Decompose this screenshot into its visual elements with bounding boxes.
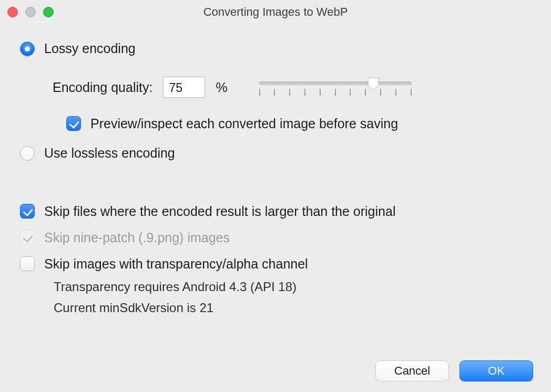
slider-track bbox=[259, 81, 412, 85]
checkbox-skip-ninepatch-label: Skip nine-patch (.9.png) images bbox=[44, 229, 230, 246]
minimize-icon bbox=[25, 7, 36, 17]
encoding-lossless-row[interactable]: Use lossless encoding bbox=[20, 146, 531, 161]
quality-slider[interactable] bbox=[259, 75, 412, 99]
encoding-lossy-row[interactable]: Lossy encoding bbox=[20, 41, 531, 56]
window-title: Converting Images to WebP bbox=[0, 0, 551, 24]
checkbox-skip-alpha[interactable] bbox=[20, 256, 35, 271]
checkbox-skip-larger[interactable] bbox=[20, 204, 35, 219]
checkbox-skip-larger-label: Skip files where the encoded result is l… bbox=[44, 203, 395, 220]
dialog-content: Lossy encoding Encoding quality: 75 % Pr… bbox=[20, 37, 531, 318]
quality-unit: % bbox=[216, 80, 227, 95]
skip-larger-row[interactable]: Skip files where the encoded result is l… bbox=[20, 203, 531, 220]
checkbox-skip-ninepatch bbox=[20, 230, 35, 245]
cancel-button[interactable]: Cancel bbox=[375, 360, 449, 381]
slider-ticks bbox=[259, 89, 412, 97]
dialog-footer: Cancel OK bbox=[375, 360, 533, 381]
quality-label: Encoding quality: bbox=[53, 80, 152, 95]
radio-lossy[interactable] bbox=[20, 42, 35, 56]
radio-lossless-label: Use lossless encoding bbox=[44, 146, 175, 161]
window-controls bbox=[7, 0, 54, 24]
radio-lossless[interactable] bbox=[20, 146, 35, 161]
close-icon[interactable] bbox=[7, 7, 18, 17]
preview-row[interactable]: Preview/inspect each converted image bef… bbox=[66, 115, 531, 132]
checkbox-preview[interactable] bbox=[66, 116, 81, 131]
quality-input[interactable]: 75 bbox=[163, 77, 205, 98]
checkbox-skip-alpha-label: Skip images with transparency/alpha chan… bbox=[44, 255, 308, 272]
quality-row: Encoding quality: 75 % bbox=[53, 75, 531, 99]
radio-lossy-label: Lossy encoding bbox=[44, 41, 136, 56]
titlebar: Converting Images to WebP bbox=[0, 0, 551, 24]
helper-line-1: Transparency requires Android 4.3 (API 1… bbox=[54, 276, 531, 297]
skip-alpha-row[interactable]: Skip images with transparency/alpha chan… bbox=[20, 255, 531, 272]
options-block: Skip files where the encoded result is l… bbox=[20, 203, 531, 318]
helper-line-2: Current minSdkVersion is 21 bbox=[54, 297, 531, 318]
ok-button[interactable]: OK bbox=[460, 360, 533, 381]
zoom-icon[interactable] bbox=[43, 7, 54, 17]
checkbox-preview-label: Preview/inspect each converted image bef… bbox=[90, 115, 398, 132]
skip-ninepatch-row: Skip nine-patch (.9.png) images bbox=[20, 229, 531, 246]
